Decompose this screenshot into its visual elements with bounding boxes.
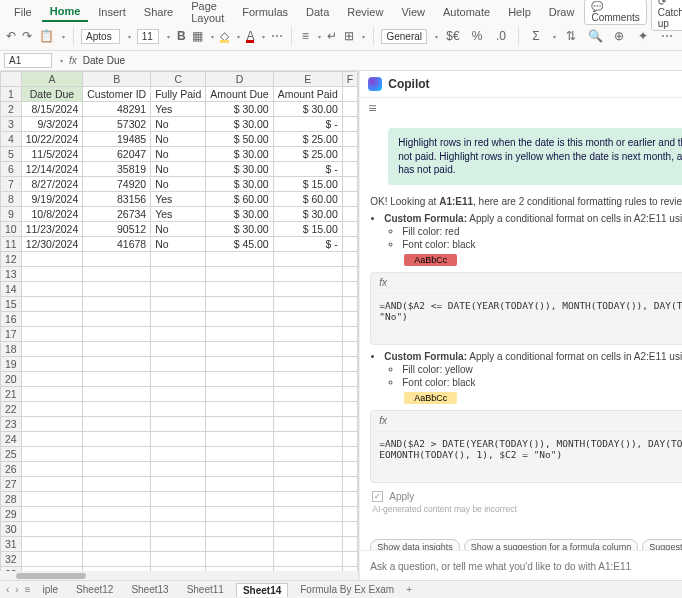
redo-icon[interactable]: ↷	[22, 27, 32, 45]
sheet-tab[interactable]: iple	[37, 583, 65, 596]
sheet-tab[interactable]: Sheet14	[236, 583, 288, 597]
cell[interactable]	[151, 447, 206, 462]
cell[interactable]	[273, 297, 342, 312]
cell[interactable]	[342, 162, 357, 177]
tab-help[interactable]: Help	[500, 3, 539, 21]
cell[interactable]	[83, 462, 151, 477]
cell[interactable]	[273, 402, 342, 417]
cell[interactable]: 12/30/2024	[21, 237, 83, 252]
undo-icon[interactable]: ↶	[6, 27, 16, 45]
cell[interactable]	[151, 402, 206, 417]
tab-home[interactable]: Home	[42, 2, 89, 22]
cell[interactable]	[273, 492, 342, 507]
sheet-tab[interactable]: Sheet12	[70, 583, 119, 596]
column-header[interactable]: D	[206, 72, 273, 87]
chevron-down-icon[interactable]: ▾	[362, 33, 365, 40]
cell[interactable]	[21, 447, 83, 462]
tab-view[interactable]: View	[393, 3, 433, 21]
cell[interactable]	[83, 552, 151, 567]
cell[interactable]	[206, 372, 273, 387]
cell[interactable]	[273, 312, 342, 327]
apply-button[interactable]: Apply	[389, 491, 414, 502]
cell[interactable]	[206, 282, 273, 297]
row-header[interactable]: 11	[1, 237, 22, 252]
addins-icon[interactable]: ⊕	[610, 27, 628, 45]
row-header[interactable]: 21	[1, 387, 22, 402]
cell[interactable]	[83, 492, 151, 507]
cell[interactable]	[206, 432, 273, 447]
cell[interactable]	[273, 522, 342, 537]
row-header[interactable]: 1	[1, 87, 22, 102]
cell[interactable]: 11/5/2024	[21, 147, 83, 162]
row-header[interactable]: 4	[1, 132, 22, 147]
row-header[interactable]: 28	[1, 492, 22, 507]
row-header[interactable]: 9	[1, 207, 22, 222]
cell[interactable]: $ 60.00	[273, 192, 342, 207]
cell[interactable]: 74920	[83, 177, 151, 192]
cell[interactable]	[206, 462, 273, 477]
cell[interactable]	[206, 252, 273, 267]
cell[interactable]	[151, 312, 206, 327]
cell[interactable]	[342, 267, 357, 282]
cell[interactable]: $ 30.00	[206, 162, 273, 177]
chevron-down-icon[interactable]: ▾	[62, 33, 65, 40]
cell[interactable]	[21, 297, 83, 312]
cell[interactable]	[21, 417, 83, 432]
row-header[interactable]: 32	[1, 552, 22, 567]
tab-nav-prev-icon[interactable]: ‹	[6, 584, 9, 595]
cell[interactable]	[342, 432, 357, 447]
name-box[interactable]: A1	[4, 53, 52, 68]
cell[interactable]	[151, 432, 206, 447]
cell[interactable]	[342, 507, 357, 522]
cell[interactable]	[273, 462, 342, 477]
add-sheet-icon[interactable]: +	[406, 584, 412, 595]
cell[interactable]: $ 30.00	[206, 222, 273, 237]
chevron-down-icon[interactable]: ▾	[435, 33, 438, 40]
cell[interactable]	[342, 207, 357, 222]
cell[interactable]	[273, 282, 342, 297]
cell[interactable]	[21, 432, 83, 447]
cell[interactable]	[83, 507, 151, 522]
sheet-tab[interactable]: Formula By Ex Exam	[294, 583, 400, 596]
spreadsheet-grid[interactable]: ABCDEF 1Date DueCustomer IDFully PaidAmo…	[0, 71, 358, 571]
find-icon[interactable]: 🔍	[586, 27, 604, 45]
row-header[interactable]: 29	[1, 507, 22, 522]
cell[interactable]: $ 30.00	[206, 117, 273, 132]
cell[interactable]	[273, 327, 342, 342]
row-header[interactable]: 22	[1, 402, 22, 417]
cell[interactable]: 26734	[83, 207, 151, 222]
cell[interactable]	[21, 477, 83, 492]
cell[interactable]	[273, 432, 342, 447]
cell[interactable]	[206, 492, 273, 507]
cell[interactable]	[151, 462, 206, 477]
row-header[interactable]: 31	[1, 537, 22, 552]
cell[interactable]	[151, 267, 206, 282]
cell[interactable]: 12/14/2024	[21, 162, 83, 177]
suggestion-pill[interactable]: Show data insights	[370, 539, 460, 551]
chevron-down-icon[interactable]: ▾	[318, 33, 321, 40]
fill-color-icon[interactable]: ◇	[220, 29, 229, 43]
cell[interactable]: Amount Paid	[273, 87, 342, 102]
row-header[interactable]: 16	[1, 312, 22, 327]
cell[interactable]: No	[151, 117, 206, 132]
history-icon[interactable]: ≡	[360, 98, 682, 118]
cell[interactable]	[342, 372, 357, 387]
cell[interactable]	[206, 417, 273, 432]
autosum-icon[interactable]: Σ	[527, 27, 545, 45]
tab-page-layout[interactable]: Page Layout	[183, 0, 232, 27]
more-icon[interactable]: ⋯	[271, 27, 283, 45]
cell[interactable]	[83, 522, 151, 537]
number-format-select[interactable]: General	[381, 29, 427, 44]
row-header[interactable]: 2	[1, 102, 22, 117]
select-all-corner[interactable]	[1, 72, 22, 87]
tab-data[interactable]: Data	[298, 3, 337, 21]
cell[interactable]	[342, 357, 357, 372]
cell[interactable]: $ -	[273, 162, 342, 177]
row-header[interactable]: 13	[1, 267, 22, 282]
tab-file[interactable]: File	[6, 3, 40, 21]
cell[interactable]: $ 30.00	[206, 147, 273, 162]
cell[interactable]	[83, 372, 151, 387]
cell[interactable]	[151, 327, 206, 342]
cell[interactable]	[273, 477, 342, 492]
cell[interactable]	[151, 342, 206, 357]
